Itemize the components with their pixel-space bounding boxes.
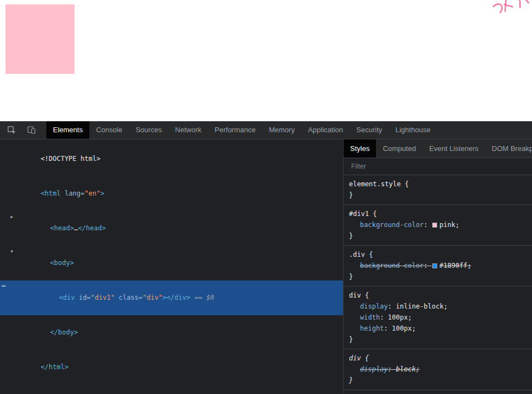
- head-close-tag: </head>: [78, 224, 106, 232]
- tab-performance[interactable]: Performance: [208, 121, 262, 139]
- dom-row-body-close[interactable]: </body>: [0, 315, 343, 350]
- colon: :: [388, 365, 396, 373]
- selected-node-annotation: == $0: [190, 294, 214, 301]
- css-property-value[interactable]: pink: [439, 221, 455, 229]
- css-property-name[interactable]: background-color: [360, 221, 424, 229]
- div-tag-open: <div: [59, 294, 79, 301]
- semicolon: ;: [455, 221, 459, 229]
- dom-row-body-open[interactable]: ▼<body>: [0, 246, 343, 280]
- div-attr-id: id=: [79, 294, 91, 301]
- css-property-name[interactable]: height: [360, 325, 384, 332]
- body-close-tag: </body>: [50, 328, 78, 336]
- tab-styles[interactable]: Styles: [343, 139, 376, 158]
- css-rules-list: element.style { } #div1 { background-col…: [343, 175, 532, 390]
- html-attr-lang: lang=: [65, 190, 84, 197]
- semicolon: ;: [416, 365, 420, 373]
- css-property-value[interactable]: inline-block: [396, 303, 444, 310]
- inspect-element-icon[interactable]: [6, 124, 18, 136]
- devtools-panel: Elements Console Sources Network Perform…: [0, 121, 532, 394]
- semicolon: ;: [412, 325, 416, 332]
- open-brace: {: [361, 292, 369, 299]
- overflow-dots-icon[interactable]: ⋯: [2, 280, 6, 292]
- css-selector[interactable]: element.style: [349, 180, 401, 188]
- css-selector[interactable]: .div: [349, 251, 365, 258]
- tab-event-listeners[interactable]: Event Listeners: [422, 139, 485, 158]
- tab-memory[interactable]: Memory: [262, 121, 302, 139]
- css-property-line[interactable]: width: 100px;: [343, 312, 532, 323]
- selector-line[interactable]: .div {: [343, 249, 532, 260]
- body-open-tag: <body>: [50, 259, 74, 267]
- css-property-line[interactable]: display: inline-block;: [343, 301, 532, 312]
- css-rule-div-default: div { display: block; }: [343, 349, 532, 390]
- devtools-tab-bar: Elements Console Sources Network Perform…: [46, 121, 437, 139]
- css-property-value[interactable]: block: [396, 365, 416, 373]
- css-rule-element-style: element.style { }: [343, 175, 532, 205]
- dom-row-html-open[interactable]: <html lang="en">: [0, 176, 343, 211]
- selector-line[interactable]: element.style {: [343, 179, 532, 190]
- css-property-value[interactable]: 100px: [388, 314, 408, 321]
- color-swatch[interactable]: [432, 263, 437, 268]
- html-attr-lang-value: "en": [84, 190, 100, 197]
- css-property-line[interactable]: height: 100px;: [343, 323, 532, 334]
- devtools-toolbar: Elements Console Sources Network Perform…: [0, 121, 532, 139]
- css-property-line[interactable]: background-color: pink;: [343, 219, 532, 230]
- open-brace: {: [401, 180, 409, 188]
- selector-line[interactable]: div {: [343, 353, 532, 364]
- close-brace: }: [349, 336, 353, 343]
- open-brace: {: [361, 354, 369, 362]
- close-brace-line: }: [343, 230, 532, 241]
- tab-sources[interactable]: Sources: [129, 121, 169, 139]
- open-brace: {: [365, 251, 373, 258]
- dom-row-selected-div[interactable]: ⋯<div id="div1" class="div"></div> == $0: [0, 280, 343, 315]
- css-property-name[interactable]: display: [360, 303, 388, 310]
- dom-row-doctype[interactable]: <!DOCTYPE html>: [0, 142, 343, 176]
- expand-arrow-icon[interactable]: ▶: [10, 211, 13, 223]
- css-property-line[interactable]: display: block;: [343, 364, 532, 375]
- div-tag-close: ></div>: [163, 294, 191, 301]
- semicolon: ;: [444, 303, 448, 310]
- collapse-arrow-icon[interactable]: ▼: [10, 246, 13, 257]
- div-attr-class-value: "div": [143, 294, 163, 301]
- toolbar-icons: [0, 121, 46, 139]
- styles-filter-input[interactable]: [350, 162, 525, 171]
- dom-tree-pane: <!DOCTYPE html> <html lang="en"> ▶<head>…: [0, 139, 343, 393]
- semicolon: ;: [408, 314, 412, 321]
- close-brace: }: [349, 376, 353, 384]
- color-swatch[interactable]: [432, 223, 437, 228]
- device-toolbar-icon[interactable]: [25, 124, 37, 136]
- html-tag-close-bracket: >: [100, 190, 104, 197]
- css-selector[interactable]: #div1: [349, 210, 369, 218]
- head-open-tag: <head>: [50, 224, 74, 232]
- css-property-name[interactable]: background-color: [360, 262, 424, 269]
- tab-dom-breakpoints[interactable]: DOM Breakpoints: [485, 139, 532, 158]
- css-rule-div-class: .div { background-color: #1890ff; }: [343, 246, 532, 287]
- css-property-value[interactable]: 100px: [392, 325, 412, 332]
- open-brace: {: [369, 210, 377, 218]
- tab-console[interactable]: Console: [89, 121, 129, 139]
- close-brace: }: [349, 191, 353, 199]
- css-selector[interactable]: div: [349, 354, 361, 362]
- tab-application[interactable]: Application: [302, 121, 350, 139]
- styles-sidebar: Styles Computed Event Listeners DOM Brea…: [343, 139, 532, 393]
- dom-row-html-close[interactable]: </html>: [0, 350, 343, 385]
- tab-security[interactable]: Security: [350, 121, 389, 139]
- tab-network[interactable]: Network: [169, 121, 208, 139]
- pink-doodle: [491, 0, 532, 15]
- close-brace-line: }: [343, 334, 532, 345]
- css-selector[interactable]: div: [349, 292, 361, 299]
- semicolon: ;: [467, 262, 471, 269]
- selector-line[interactable]: div {: [343, 290, 532, 301]
- dom-row-head[interactable]: ▶<head>…</head>: [0, 211, 343, 246]
- css-rule-div1: #div1 { background-color: pink; }: [343, 205, 532, 246]
- tab-lighthouse[interactable]: Lighthouse: [389, 121, 437, 139]
- css-property-value[interactable]: #1890ff: [439, 262, 467, 269]
- tab-elements[interactable]: Elements: [46, 121, 89, 139]
- inspected-page: [0, 0, 532, 121]
- selector-line[interactable]: #div1 {: [343, 208, 532, 219]
- css-property-name[interactable]: display: [360, 365, 388, 373]
- close-brace-line: }: [343, 190, 532, 201]
- tab-computed[interactable]: Computed: [376, 139, 422, 158]
- colon: :: [388, 303, 396, 310]
- css-property-line[interactable]: background-color: #1890ff;: [343, 260, 532, 271]
- css-property-name[interactable]: width: [360, 314, 380, 321]
